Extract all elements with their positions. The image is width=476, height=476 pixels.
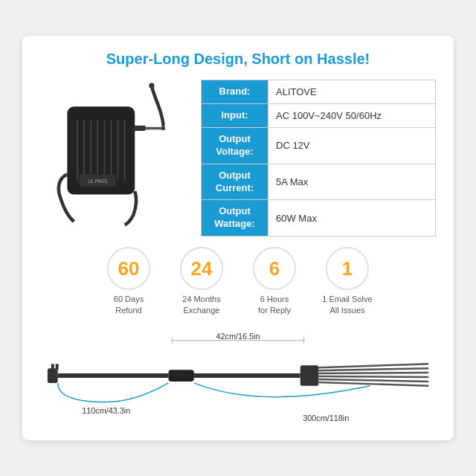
svg-rect-20 — [51, 364, 54, 370]
spec-value: 5A Max — [268, 164, 436, 200]
cable-section: 42cm/16.5in 1 — [40, 326, 436, 427]
spec-value: AC 100V~240V 50/60Hz — [268, 104, 436, 128]
svg-rect-25 — [300, 365, 319, 386]
svg-line-29 — [318, 376, 428, 377]
spec-value: DC 12V — [268, 127, 436, 164]
badge-label: 1 Email SolveAll Issues — [322, 294, 372, 315]
spec-row: OutputCurrent: 5A Max — [202, 164, 436, 200]
spec-label: Input: — [202, 104, 268, 128]
svg-rect-23 — [168, 370, 193, 382]
badge-number: 6 — [253, 247, 296, 290]
svg-point-14 — [149, 83, 154, 89]
badge-label: 24 MonthsExchange — [182, 294, 220, 315]
spec-label: OutputWattage: — [202, 200, 268, 237]
svg-rect-19 — [48, 368, 58, 383]
svg-line-27 — [318, 368, 428, 370]
spec-label: Brand: — [202, 80, 268, 104]
badge-item: 1 1 Email SolveAll Issues — [318, 247, 377, 315]
badge-number: 1 — [326, 247, 369, 290]
svg-text:110cm/43.3in: 110cm/43.3in — [82, 406, 130, 415]
badge-label: 6 Hoursfor Reply — [258, 294, 291, 315]
badge-number: 60 — [107, 247, 150, 290]
spec-row: OutputWattage: 60W Max — [202, 200, 436, 237]
svg-line-30 — [318, 379, 428, 382]
svg-point-13 — [161, 126, 165, 130]
page-title: Super-Long Design, Short on Hassle! — [40, 51, 436, 68]
badge-item: 60 60 DaysRefund — [99, 247, 158, 315]
specs-table: Brand: ALITOVE Input: AC 100V~240V 50/60… — [201, 80, 436, 237]
svg-text:42cm/16.5in: 42cm/16.5in — [216, 332, 260, 341]
badge-label: 60 DaysRefund — [114, 294, 144, 315]
badge-number: 24 — [180, 247, 223, 290]
spec-row: Brand: ALITOVE — [202, 80, 436, 104]
product-card: Super-Long Design, Short on Hassle! UL P… — [22, 36, 454, 440]
badges-row: 60 60 DaysRefund 24 24 MonthsExchange 6 … — [40, 247, 436, 315]
spec-label: OutputCurrent: — [202, 164, 268, 200]
product-image: UL PASS — [40, 80, 189, 231]
svg-text:UL PASS: UL PASS — [88, 178, 107, 184]
spec-label: OutputVoltage: — [202, 127, 268, 164]
spec-row: Input: AC 100V~240V 50/60Hz — [202, 104, 436, 128]
spec-row: OutputVoltage: DC 12V — [202, 127, 436, 164]
svg-line-28 — [318, 373, 428, 373]
badge-item: 24 24 MonthsExchange — [172, 247, 231, 315]
svg-rect-12 — [146, 127, 163, 130]
svg-rect-21 — [56, 364, 59, 370]
svg-text:300cm/118in: 300cm/118in — [303, 414, 349, 422]
spec-value: 60W Max — [268, 200, 436, 237]
spec-value: ALITOVE — [268, 80, 436, 104]
svg-line-26 — [318, 364, 428, 367]
badge-item: 6 6 Hoursfor Reply — [245, 247, 304, 315]
svg-rect-11 — [133, 126, 145, 131]
svg-line-31 — [318, 382, 428, 386]
top-section: UL PASS Brand: ALITOVE Input: AC 100V~24… — [40, 80, 436, 237]
